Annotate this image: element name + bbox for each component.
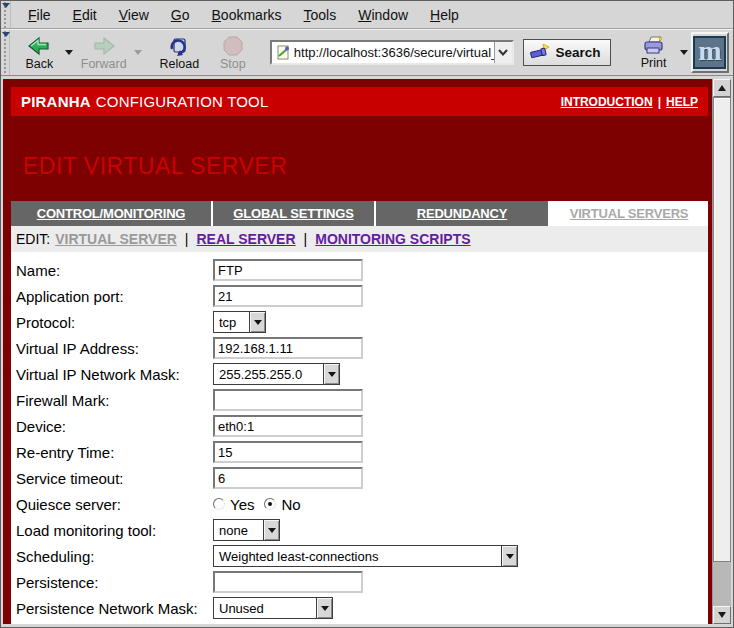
menu-edit[interactable]: Edit [62, 3, 108, 27]
reload-icon [168, 36, 190, 56]
flashlight-icon [530, 44, 552, 61]
field-label: Firewall Mark: [16, 392, 213, 409]
url-input[interactable] [294, 45, 494, 60]
browser-viewport: PIRANHACONFIGURATION TOOL INTRODUCTION |… [3, 79, 731, 624]
mozilla-throbber[interactable]: m [691, 32, 729, 73]
reentry-time-input[interactable] [213, 441, 363, 463]
menu-view[interactable]: View [108, 3, 160, 27]
introduction-link[interactable]: INTRODUCTION [561, 95, 653, 109]
subnav-prefix: EDIT: [16, 231, 50, 247]
persistence-mask-select[interactable]: Unused [213, 597, 333, 619]
form-row-protocol: Protocol: tcp [16, 309, 708, 335]
triangle-down-icon [268, 528, 276, 533]
tab-global-settings[interactable]: GLOBAL SETTINGS [213, 201, 374, 226]
persistence-input[interactable] [213, 571, 363, 593]
page-title: EDIT VIRTUAL SERVER [23, 153, 708, 180]
browser-window: File Edit View Go Bookmarks Tools Window… [0, 0, 734, 628]
subnav-separator: | [185, 231, 189, 247]
form-row-persistence-mask: Persistence Network Mask: Unused [16, 595, 708, 621]
toolbar-grippy[interactable] [1, 1, 11, 28]
triangle-down-icon [506, 554, 514, 559]
quiesce-yes-radio[interactable] [213, 498, 225, 510]
device-input[interactable] [213, 415, 363, 437]
monitoring-scripts-link[interactable]: MONITORING SCRIPTS [315, 231, 470, 247]
vertical-scrollbar[interactable] [712, 79, 731, 624]
select-value: 255.255.255.0 [214, 364, 323, 384]
tab-redundancy[interactable]: REDUNDANCY [376, 201, 548, 226]
field-label: Scheduling: [16, 548, 213, 565]
select-arrow-button[interactable] [316, 598, 332, 618]
field-label: Virtual IP Network Mask: [16, 366, 213, 383]
tab-label: GLOBAL SETTINGS [233, 206, 353, 221]
forward-button[interactable]: Forward [76, 34, 131, 72]
virtual-ip-mask-select[interactable]: 255.255.255.0 [213, 363, 340, 385]
back-arrow-icon [27, 36, 51, 56]
select-arrow-button[interactable] [263, 520, 279, 540]
application-port-input[interactable] [213, 285, 363, 307]
navigation-toolbar: Back Forward Reload Stop [1, 29, 733, 76]
select-value: Weighted least-connections [214, 546, 501, 566]
field-label: Quiesce server: [16, 496, 213, 513]
select-arrow-button[interactable] [249, 312, 265, 332]
select-arrow-button[interactable] [501, 546, 517, 566]
name-input[interactable] [213, 259, 363, 281]
print-dropdown-arrow[interactable] [680, 50, 688, 55]
forward-label: Forward [81, 57, 127, 71]
triangle-up-icon [718, 85, 726, 91]
form-row-reentry-time: Re-entry Time: [16, 439, 708, 465]
select-value: none [214, 520, 263, 540]
scheduling-select[interactable]: Weighted least-connections [213, 545, 518, 567]
scrollbar-thumb[interactable] [713, 97, 731, 562]
quiesce-no-radio[interactable] [264, 498, 276, 510]
select-value: Unused [214, 598, 316, 618]
virtual-ip-input[interactable] [213, 337, 363, 359]
radio-dot [268, 502, 272, 506]
app-title-brand: PIRANHA [21, 93, 91, 110]
stop-icon [223, 36, 243, 56]
tab-bar: CONTROL/MONITORING GLOBAL SETTINGS REDUN… [11, 201, 708, 226]
triangle-down-icon [718, 612, 726, 618]
app-title: PIRANHACONFIGURATION TOOL [21, 93, 269, 110]
tab-label: CONTROL/MONITORING [37, 206, 186, 221]
menu-file[interactable]: File [17, 3, 62, 27]
forward-dropdown-arrow[interactable] [134, 50, 142, 55]
form-row-firewall-mark: Firewall Mark: [16, 387, 708, 413]
service-timeout-input[interactable] [213, 467, 363, 489]
menu-go[interactable]: Go [160, 3, 201, 27]
form-row-service-timeout: Service timeout: [16, 465, 708, 491]
tab-control-monitoring[interactable]: CONTROL/MONITORING [11, 201, 211, 226]
reload-button[interactable]: Reload [155, 34, 204, 72]
form-row-name: Name: [16, 257, 708, 283]
back-button[interactable]: Back [16, 34, 62, 72]
field-label: Name: [16, 262, 213, 279]
search-button[interactable]: Search [523, 39, 611, 66]
header-link-separator: | [658, 95, 661, 109]
url-dropdown-button[interactable] [494, 42, 512, 63]
triangle-down-icon [254, 320, 262, 325]
protocol-select[interactable]: tcp [213, 311, 266, 333]
quiesce-no-label: No [281, 496, 300, 513]
menu-bookmarks[interactable]: Bookmarks [201, 3, 293, 27]
menu-help[interactable]: Help [419, 3, 470, 27]
field-label: Persistence Network Mask: [16, 600, 213, 617]
help-link[interactable]: HELP [666, 95, 698, 109]
print-button[interactable]: Print [631, 34, 677, 71]
menu-window[interactable]: Window [347, 3, 419, 27]
scroll-down-button[interactable] [713, 606, 731, 624]
form-row-device: Device: [16, 413, 708, 439]
load-monitoring-select[interactable]: none [213, 519, 280, 541]
form-row-virtual-ip: Virtual IP Address: [16, 335, 708, 361]
real-server-link[interactable]: REAL SERVER [197, 231, 296, 247]
toolbar-grippy[interactable] [1, 30, 10, 75]
subnav-current-virtual-server: VIRTUAL SERVER [55, 231, 177, 247]
menu-tools[interactable]: Tools [293, 3, 348, 27]
forward-arrow-icon [92, 36, 116, 56]
collapse-arrow-icon [2, 3, 10, 8]
scroll-up-button[interactable] [713, 79, 731, 97]
select-arrow-button[interactable] [323, 364, 339, 384]
back-dropdown-arrow[interactable] [65, 50, 73, 55]
firewall-mark-input[interactable] [213, 389, 363, 411]
stop-button[interactable]: Stop [210, 34, 256, 72]
tab-virtual-servers[interactable]: VIRTUAL SERVERS [550, 201, 708, 226]
tab-label: REDUNDANCY [417, 206, 507, 221]
